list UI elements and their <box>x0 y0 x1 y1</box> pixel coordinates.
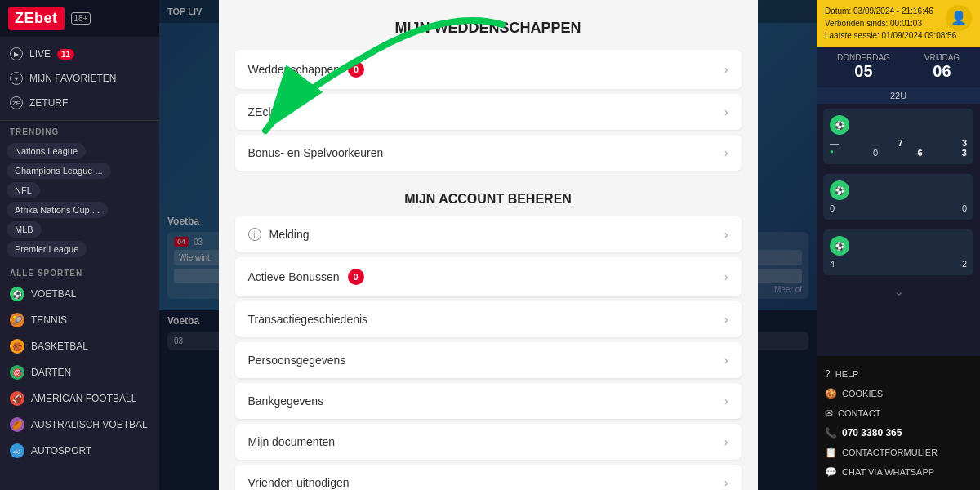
center-area: TOP LIV Voetba 04 03 Wie wint 1 Meer of … <box>159 0 817 490</box>
avatar: 👤 <box>946 5 972 31</box>
panel-row-actieve-bonussen[interactable]: Actieve Bonussen 0 › <box>235 257 742 296</box>
sport-item-american-football[interactable]: 🏈 AMERICAN FOOTBALL <box>0 385 159 412</box>
pill-mlb[interactable]: MLB <box>7 221 42 238</box>
panel-row-vrienden[interactable]: Vrienden uitnodigen › <box>235 465 742 490</box>
score-3a: 4 <box>830 259 835 269</box>
match-score-row-3: 4 2 <box>830 259 967 269</box>
bonus-label: Bonus- en Spelvoorkeuren <box>248 146 384 159</box>
phone-number: 070 3380 365 <box>842 427 902 439</box>
tennis-icon: 🎾 <box>10 313 24 327</box>
darten-icon: 🎯 <box>10 365 24 380</box>
match-score-row-2: 0 0 <box>830 203 967 213</box>
australisch-voetbal-icon: 🏉 <box>10 417 24 432</box>
basketball-icon: 🏀 <box>10 339 24 354</box>
darten-label: DARTEN <box>31 367 71 378</box>
chevron-right-icon-docs: › <box>724 435 728 448</box>
sport-item-tennis[interactable]: 🎾 TENNIS <box>0 307 159 333</box>
panel-row-bonus[interactable]: Bonus- en Spelvoorkeuren › <box>235 135 742 171</box>
session-info-bar: Datum: 03/09/2024 - 21:16:46 Verbonden s… <box>817 0 980 47</box>
chevron-right-icon-transactie: › <box>724 313 728 326</box>
live-nav-item[interactable]: ▶ LIVE 11 <box>0 42 159 66</box>
american-football-label: AMERICAN FOOTBALL <box>31 393 136 404</box>
panel-row-weddenschappen[interactable]: Weddenschappen 0 › <box>235 50 742 89</box>
top-nav: ▶ LIVE 11 ♥ MIJN FAVORIETEN ZE ZETURF <box>0 37 159 121</box>
day-nav-row: DONDERDAG 05 VRIJDAG 06 <box>817 47 980 87</box>
voetbal-icon: ⚽ <box>10 287 24 301</box>
panel-title: MIJN WEDDENSCHAPPEN <box>219 0 758 50</box>
pill-nfl[interactable]: NFL <box>7 182 40 198</box>
info-icon: i <box>248 228 261 241</box>
basketbal-label: BASKETBAL <box>31 341 88 352</box>
help-label: HELP <box>835 369 859 379</box>
score-1e: 6 <box>917 148 922 158</box>
score-1b: 7 <box>898 138 902 148</box>
chevron-right-icon-zeclub: › <box>724 105 728 118</box>
right-footer: ? HELP 🍪 COOKIES ✉ CONTACT 📞 070 3380 36… <box>817 356 980 490</box>
age-badge: 18+ <box>71 12 91 24</box>
australisch-voetbal-label: AUSTRALISCH VOETBAL <box>31 419 148 430</box>
footer-contact-form[interactable]: 📋 CONTACTFORMULIER <box>825 443 972 462</box>
sport-item-voetbal[interactable]: ⚽ VOETBAL <box>0 281 159 307</box>
cookies-icon: 🍪 <box>825 388 837 399</box>
panel-row-zeclub[interactable]: ZEclub › <box>235 94 742 130</box>
pill-premier-league[interactable]: Premier League <box>7 241 87 257</box>
score-1a: — <box>830 138 839 148</box>
live-badge: 11 <box>57 49 74 60</box>
trending-label: TRENDING <box>0 121 159 140</box>
footer-phone[interactable]: 📞 070 3380 365 <box>825 423 972 443</box>
chevron-right-icon-persoons: › <box>724 354 728 367</box>
left-sidebar: ZEbet 18+ ▶ LIVE 11 ♥ MIJN FAVORIETEN ZE… <box>0 0 159 490</box>
chevron-right-icon-vrienden: › <box>724 476 728 489</box>
panel-row-left-documenten: Mijn documenten <box>248 435 336 448</box>
phone-icon: 📞 <box>825 427 837 439</box>
sport-item-australisch-voetbal[interactable]: 🏉 AUSTRALISCH VOETBAL <box>0 412 159 438</box>
chevron-right-icon-melding: › <box>724 228 728 241</box>
panel-row-persoonsgegevens[interactable]: Persoonsgegevens › <box>235 342 742 378</box>
scroll-indicator: ⌄ <box>817 280 980 302</box>
match-card-right-2: ⚽ 0 0 <box>823 174 973 220</box>
sport-item-basketbal[interactable]: 🏀 BASKETBAL <box>0 333 159 359</box>
favorites-nav-item[interactable]: ♥ MIJN FAVORIETEN <box>0 66 159 91</box>
panel-row-left-melding: i Melding <box>248 228 310 241</box>
alle-sporten-label: ALLE SPORTEN <box>0 261 159 281</box>
zeturf-nav-item[interactable]: ZE ZETURF <box>0 91 159 115</box>
favorites-label: MIJN FAVORIETEN <box>29 73 116 84</box>
pill-champions-league[interactable]: Champions League ... <box>7 163 111 179</box>
panel-section-1: Weddenschappen 0 › ZEclub › Bonus- en Sp… <box>219 50 758 171</box>
footer-whatsapp[interactable]: 💬 CHAT VIA WHATSAPP <box>825 462 972 482</box>
thursday-label: DONDERDAG <box>837 53 890 62</box>
panel-row-left-persoonsgegevens: Persoonsgegevens <box>248 354 346 367</box>
pill-nations-league[interactable]: Nations League <box>7 143 86 159</box>
chevron-right-icon-bank: › <box>724 394 728 408</box>
footer-help[interactable]: ? HELP <box>825 364 972 384</box>
footer-contact[interactable]: ✉ CONTACT <box>825 403 972 423</box>
footer-cookies[interactable]: 🍪 COOKIES <box>825 384 972 403</box>
bullet-green-icon: ● <box>830 148 834 158</box>
panel-row-melding[interactable]: i Melding › <box>235 216 742 252</box>
panel-row-transactie[interactable]: Transactiegeschiedenis › <box>235 301 742 337</box>
sport-icon-circle-3: ⚽ <box>830 236 849 256</box>
actieve-bonussen-badge: 0 <box>348 269 364 285</box>
contact-form-label: CONTACTFORMULIER <box>842 448 938 457</box>
cookies-label: COOKIES <box>842 389 883 399</box>
favorites-icon: ♥ <box>10 72 23 85</box>
overlay-panel: MIJN WEDDENSCHAPPEN Weddenschappen 0 › Z… <box>159 0 817 490</box>
panel-section-2: i Melding › Actieve Bonussen 0 › T <box>219 216 758 490</box>
autosport-icon: 🏎 <box>10 443 24 458</box>
panel-section2-title: MIJN ACCOUNT BEHEREN <box>219 176 758 216</box>
sport-icon-circle-2: ⚽ <box>830 180 849 200</box>
chevron-right-icon-actieve: › <box>724 270 728 283</box>
tennis-label: TENNIS <box>31 314 67 326</box>
actieve-bonussen-label: Actieve Bonussen <box>248 270 340 283</box>
score-3b: 2 <box>962 259 967 269</box>
panel-row-documenten[interactable]: Mijn documenten › <box>235 424 742 460</box>
panel-row-left-weddenschappen: Weddenschappen 0 <box>248 61 365 78</box>
sport-item-darten[interactable]: 🎯 DARTEN <box>0 359 159 385</box>
match-score-row-1a: — 7 3 <box>830 138 967 148</box>
pill-afrika-nations[interactable]: Afrika Nations Cup ... <box>7 202 108 218</box>
sport-item-autosport[interactable]: 🏎 AUTOSPORT <box>0 438 159 464</box>
panel-row-bankgegevens[interactable]: Bankgegevens › <box>235 383 742 419</box>
whatsapp-icon: 💬 <box>825 466 837 478</box>
friday-label: VRIJDAG <box>924 53 960 62</box>
american-football-icon: 🏈 <box>10 391 24 406</box>
